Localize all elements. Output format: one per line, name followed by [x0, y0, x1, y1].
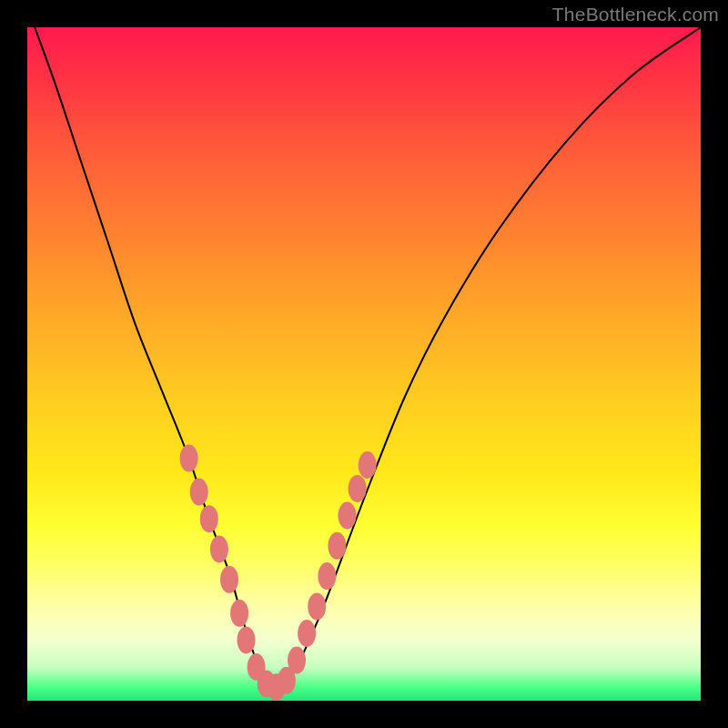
highlight-dot [339, 502, 357, 530]
curve-layer [27, 27, 701, 701]
highlight-dot [200, 505, 218, 532]
highlight-dot [210, 536, 228, 563]
bottleneck-curve [27, 7, 701, 691]
highlight-dot [190, 479, 208, 506]
highlight-dot [349, 475, 367, 502]
highlight-dot [180, 445, 198, 472]
highlight-dot [359, 451, 377, 479]
watermark-text: TheBottleneck.com [552, 4, 719, 25]
highlight-dot [318, 562, 336, 590]
highlight-dot [230, 600, 248, 627]
highlight-dots [180, 445, 377, 702]
highlight-dot [298, 620, 316, 647]
plot-area [27, 27, 701, 701]
highlight-dot [220, 566, 238, 593]
highlight-dot [308, 592, 326, 620]
highlight-dot [238, 626, 256, 653]
highlight-dot [328, 532, 346, 560]
chart-frame: TheBottleneck.com [0, 0, 728, 728]
highlight-dot [288, 647, 306, 674]
